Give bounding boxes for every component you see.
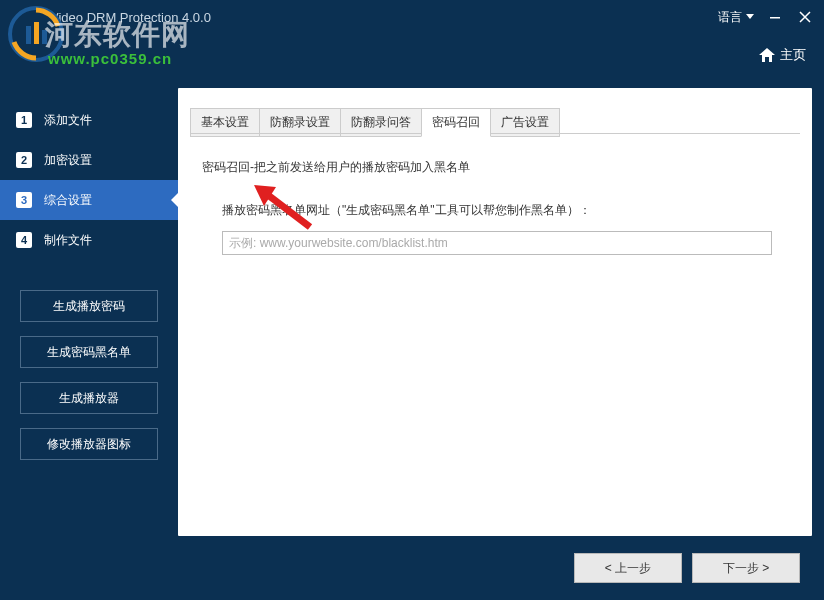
home-icon bbox=[759, 48, 775, 62]
step-number: 2 bbox=[16, 152, 32, 168]
close-button[interactable] bbox=[796, 8, 814, 26]
breadcrumb-label: 主页 bbox=[780, 46, 806, 64]
sidebar-step-build-file[interactable]: 4 制作文件 bbox=[0, 220, 178, 260]
gen-player-button[interactable]: 生成播放器 bbox=[20, 382, 158, 414]
titlebar-right: 语言 bbox=[718, 0, 814, 34]
prev-step-button[interactable]: < 上一步 bbox=[574, 553, 682, 583]
tab-password-recall[interactable]: 密码召回 bbox=[421, 108, 491, 137]
sidebar-step-general-settings[interactable]: 3 综合设置 bbox=[0, 180, 178, 220]
svg-rect-3 bbox=[34, 22, 39, 44]
watermark-text: 河东软件网 bbox=[45, 16, 190, 54]
svg-rect-2 bbox=[26, 26, 31, 44]
sidebar-step-add-file[interactable]: 1 添加文件 bbox=[0, 100, 178, 140]
watermark-url: www.pc0359.cn bbox=[48, 50, 172, 67]
footer-nav: < 上一步 下一步 > bbox=[178, 546, 812, 590]
step-label: 制作文件 bbox=[44, 232, 92, 249]
blacklist-url-label: 播放密码黑名单网址（"生成密码黑名单"工具可以帮您制作黑名单）： bbox=[222, 202, 788, 219]
tab-underline bbox=[190, 133, 800, 134]
edit-player-icon-button[interactable]: 修改播放器图标 bbox=[20, 428, 158, 460]
language-selector[interactable]: 语言 bbox=[718, 9, 754, 26]
step-label: 添加文件 bbox=[44, 112, 92, 129]
minimize-button[interactable] bbox=[766, 8, 784, 26]
step-number: 3 bbox=[16, 192, 32, 208]
sidebar-step-encrypt-settings[interactable]: 2 加密设置 bbox=[0, 140, 178, 180]
sidebar: 1 添加文件 2 加密设置 3 综合设置 4 制作文件 bbox=[0, 100, 178, 260]
breadcrumb-home[interactable]: 主页 bbox=[759, 46, 806, 64]
chevron-down-icon bbox=[746, 14, 754, 20]
content-panel: 基本设置 防翻录设置 防翻录问答 密码召回 广告设置 密码召回-把之前发送给用户… bbox=[178, 88, 812, 536]
language-label: 语言 bbox=[718, 9, 742, 26]
sidebar-tool-buttons: 生成播放密码 生成密码黑名单 生成播放器 修改播放器图标 bbox=[20, 290, 158, 460]
blacklist-url-field: 播放密码黑名单网址（"生成密码黑名单"工具可以帮您制作黑名单）： bbox=[222, 202, 788, 255]
step-label: 综合设置 bbox=[44, 192, 92, 209]
step-label: 加密设置 bbox=[44, 152, 92, 169]
panel-password-recall: 密码召回-把之前发送给用户的播放密码加入黑名单 播放密码黑名单网址（"生成密码黑… bbox=[178, 137, 812, 277]
next-step-button[interactable]: 下一步 > bbox=[692, 553, 800, 583]
blacklist-url-input[interactable] bbox=[222, 231, 772, 255]
step-number: 1 bbox=[16, 112, 32, 128]
gen-password-button[interactable]: 生成播放密码 bbox=[20, 290, 158, 322]
tabs: 基本设置 防翻录设置 防翻录问答 密码召回 广告设置 bbox=[178, 88, 812, 137]
gen-blacklist-button[interactable]: 生成密码黑名单 bbox=[20, 336, 158, 368]
panel-description: 密码召回-把之前发送给用户的播放密码加入黑名单 bbox=[202, 159, 788, 176]
svg-rect-0 bbox=[770, 17, 780, 19]
step-number: 4 bbox=[16, 232, 32, 248]
